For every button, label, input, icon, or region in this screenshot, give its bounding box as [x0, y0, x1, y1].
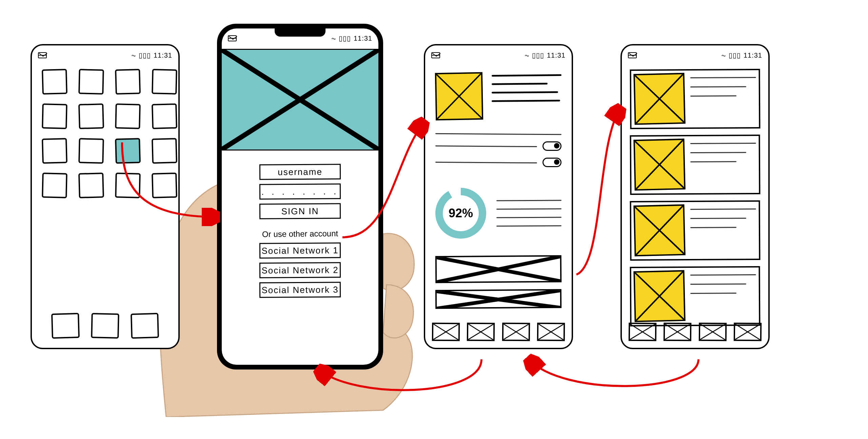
username-label: username: [278, 166, 322, 177]
progress-lines: [496, 200, 561, 226]
app-icon[interactable]: [152, 69, 177, 95]
app-icon-highlighted[interactable]: [115, 138, 141, 164]
list-card[interactable]: [630, 200, 761, 261]
screen-signin: ⏦ ▯▯▯ 11:31 username . . . . . . . . SI: [217, 24, 383, 370]
app-icon[interactable]: [152, 138, 177, 164]
app-icon[interactable]: [42, 103, 67, 129]
screen-home: ⏦ ▯▯▯ 11:31: [31, 44, 180, 349]
settings-rows: [435, 134, 561, 167]
social-label: Social Network 1: [261, 245, 338, 256]
tab-item[interactable]: [629, 323, 656, 341]
status-time: 11:31: [354, 35, 372, 42]
tab-item[interactable]: [664, 323, 691, 341]
app-icon[interactable]: [42, 69, 67, 95]
app-icon[interactable]: [115, 103, 141, 129]
status-bar: ⏦ ▯▯▯ 11:31: [32, 49, 178, 61]
list-thumb: [633, 204, 685, 256]
dock-icon[interactable]: [91, 313, 119, 339]
mail-icon: [38, 52, 47, 58]
status-right: ⏦ ▯▯▯ 11:31: [722, 51, 762, 59]
social-label: Social Network 2: [261, 265, 338, 276]
dock-icon[interactable]: [131, 313, 159, 339]
signin-button[interactable]: SIGN IN: [259, 203, 341, 219]
tab-item[interactable]: [467, 323, 495, 341]
toggle-switch[interactable]: [542, 141, 561, 151]
app-icon[interactable]: [115, 173, 141, 198]
status-time: 11:31: [547, 52, 566, 59]
banner-placeholder[interactable]: [435, 255, 562, 283]
tab-item[interactable]: [432, 323, 460, 341]
phone-notch: [275, 28, 326, 37]
tab-item[interactable]: [537, 323, 565, 341]
app-icon[interactable]: [42, 138, 67, 164]
wifi-icon: ⏦: [722, 52, 726, 59]
password-mask: . . . . . . . .: [261, 186, 339, 197]
social-signin-3[interactable]: Social Network 3: [259, 282, 341, 298]
password-input[interactable]: . . . . . . . .: [259, 183, 341, 200]
tab-item[interactable]: [502, 323, 530, 341]
mail-icon: [431, 52, 440, 58]
signal-icon: ▯▯▯: [729, 51, 741, 59]
signal-icon: ▯▯▯: [339, 34, 351, 42]
profile-image-placeholder: [435, 72, 483, 120]
dock-icon[interactable]: [51, 313, 80, 339]
list-thumb: [633, 270, 685, 322]
wifi-icon: ⏦: [132, 52, 136, 59]
wireframe-flow-diagram: ⏦ ▯▯▯ 11:31: [0, 20, 868, 420]
toggle-switch[interactable]: [542, 158, 561, 167]
username-input[interactable]: username: [259, 164, 341, 180]
app-grid: [42, 69, 168, 198]
status-right: ⏦ ▯▯▯ 11:31: [132, 51, 172, 59]
banner-placeholder[interactable]: [435, 289, 561, 309]
alt-signin-label: Or use other account: [262, 229, 338, 239]
app-icon[interactable]: [42, 173, 67, 198]
list-thumb: [633, 139, 685, 191]
app-icon[interactable]: [78, 103, 104, 129]
mail-icon: [228, 35, 237, 41]
tab-item[interactable]: [698, 323, 726, 341]
tab-item[interactable]: [734, 323, 762, 341]
signin-label: SIGN IN: [281, 206, 319, 217]
status-bar: ⏦ ▯▯▯ 11:31: [425, 49, 572, 61]
social-label: Social Network 3: [261, 284, 338, 296]
status-time: 11:31: [154, 52, 172, 59]
tab-bar: [629, 323, 762, 341]
status-time: 11:31: [744, 52, 762, 59]
screen-list: ⏦ ▯▯▯ 11:31: [620, 44, 770, 349]
wifi-icon: ⏦: [332, 35, 336, 42]
signal-icon: ▯▯▯: [139, 51, 151, 59]
dock: [45, 313, 165, 338]
social-signin-1[interactable]: Social Network 1: [259, 242, 341, 259]
wifi-icon: ⏦: [525, 52, 529, 59]
list-card[interactable]: [630, 266, 761, 326]
mail-icon: [628, 52, 637, 58]
social-signin-2[interactable]: Social Network 2: [259, 262, 341, 278]
signin-form: username . . . . . . . . SIGN IN Or use …: [222, 164, 378, 298]
signal-icon: ▯▯▯: [532, 51, 544, 59]
hero-image-placeholder: [222, 49, 378, 151]
app-icon[interactable]: [78, 173, 104, 198]
status-bar: ⏦ ▯▯▯ 11:31: [622, 49, 768, 61]
screen-dashboard: ⏦ ▯▯▯ 11:31 92%: [424, 44, 573, 349]
app-icon[interactable]: [78, 138, 104, 164]
title-lines: [492, 73, 561, 120]
tab-bar: [432, 323, 565, 341]
progress-percent: 92%: [435, 188, 486, 239]
app-icon[interactable]: [115, 69, 141, 95]
list-card[interactable]: [630, 69, 761, 129]
status-right: ⏦ ▯▯▯ 11:31: [525, 51, 566, 59]
status-right: ⏦ ▯▯▯ 11:31: [332, 34, 372, 42]
app-icon[interactable]: [152, 173, 177, 198]
app-icon[interactable]: [78, 69, 104, 95]
progress-donut: 92%: [435, 188, 486, 239]
list-card[interactable]: [630, 135, 761, 195]
list-thumb: [633, 73, 685, 125]
app-icon[interactable]: [152, 103, 177, 129]
